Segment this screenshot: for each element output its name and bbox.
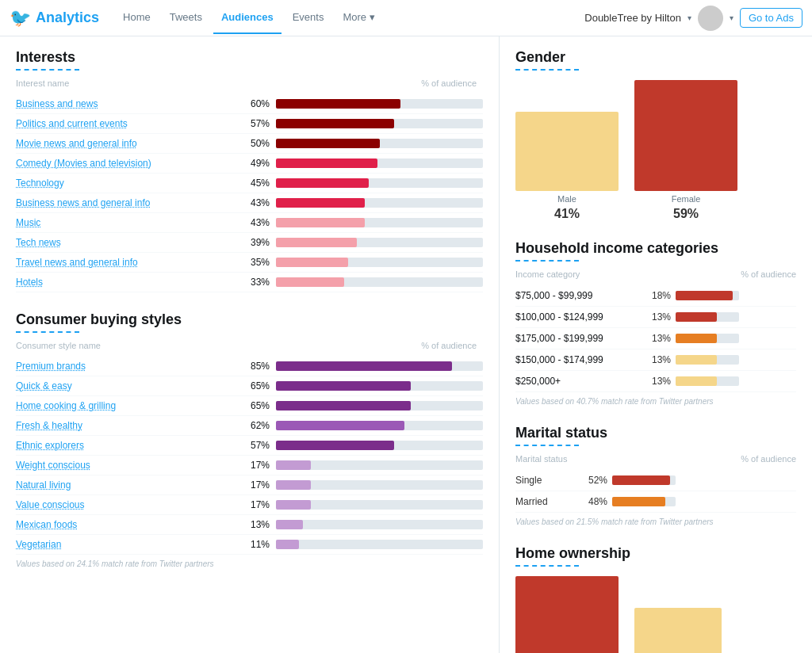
- table-row: Single 52%: [515, 470, 796, 491]
- buying-label[interactable]: Weight conscious: [16, 460, 238, 471]
- income-bar-fill: [676, 334, 717, 343]
- interest-label[interactable]: Music: [16, 217, 238, 228]
- interest-pct: 50%: [238, 138, 270, 149]
- male-pct: 41%: [554, 207, 580, 221]
- table-row: $250,000+ 13%: [515, 371, 796, 392]
- bar-bg: [276, 361, 483, 371]
- table-row: Premium brands 85%: [16, 357, 483, 376]
- buying-pct: 62%: [238, 420, 270, 431]
- buying-label[interactable]: Home cooking & grilling: [16, 400, 238, 411]
- nav-home[interactable]: Home: [115, 2, 159, 34]
- brand-name: Analytics: [36, 10, 99, 26]
- bar-fill: [276, 277, 344, 287]
- buying-pct: 85%: [238, 361, 270, 372]
- bar-container: [276, 218, 483, 227]
- buying-label[interactable]: Fresh & healthy: [16, 420, 238, 431]
- bar-bg: [276, 119, 483, 128]
- nav-audiences[interactable]: Audiences: [213, 2, 282, 34]
- income-pct: 13%: [642, 354, 671, 365]
- bar-container: [276, 361, 483, 371]
- marital-col2: % of audience: [741, 454, 796, 464]
- buying-styles-divider: [16, 331, 79, 333]
- buying-label[interactable]: Value conscious: [16, 499, 238, 510]
- interest-label[interactable]: Politics and current events: [16, 118, 238, 129]
- nav-events[interactable]: Events: [285, 2, 332, 34]
- bar-fill: [276, 139, 380, 148]
- bar-fill: [276, 99, 400, 109]
- marital-table-header: Marital status % of audience: [515, 454, 796, 467]
- table-row: Business and news 60%: [16, 94, 483, 114]
- buying-label[interactable]: Mexican foods: [16, 519, 238, 530]
- chevron-down-icon[interactable]: ▾: [688, 13, 691, 22]
- bar-container: [276, 520, 483, 529]
- income-divider: [515, 260, 579, 262]
- table-row: $175,000 - $199,999 13%: [515, 328, 796, 349]
- interest-label[interactable]: Business and news: [16, 98, 238, 109]
- avatar[interactable]: [698, 6, 723, 31]
- bar-bg: [276, 198, 483, 208]
- table-row: Vegetarian 11%: [16, 535, 483, 555]
- buying-label[interactable]: Quick & easy: [16, 380, 238, 391]
- interest-label[interactable]: Technology: [16, 178, 238, 189]
- buying-label[interactable]: Premium brands: [16, 361, 238, 372]
- interest-label[interactable]: Hotels: [16, 277, 238, 288]
- bar-container: [276, 238, 483, 247]
- buying-pct: 13%: [238, 519, 270, 530]
- bar-container: [276, 119, 483, 128]
- table-row: Natural living 17%: [16, 475, 483, 495]
- marital-label: Single: [515, 475, 579, 486]
- bar-fill: [276, 520, 303, 529]
- income-bar-fill: [676, 291, 733, 300]
- interest-label[interactable]: Business news and general info: [16, 197, 238, 208]
- bar-container: [276, 460, 483, 470]
- bar-container: [276, 381, 483, 391]
- bar-fill: [276, 540, 299, 549]
- right-panel: Gender Male 41% Female 59% Household inc…: [500, 36, 812, 653]
- bar-container: [276, 500, 483, 510]
- interest-label[interactable]: Travel news and general info: [16, 257, 238, 268]
- interest-pct: 35%: [238, 257, 270, 268]
- main-container: Interests Interest name % of audience Bu…: [0, 36, 812, 653]
- income-label: $175,000 - $199,999: [515, 333, 642, 344]
- marital-pct: 48%: [579, 496, 607, 507]
- nav-more[interactable]: More ▾: [335, 2, 382, 34]
- table-row: Travel news and general info 35%: [16, 253, 483, 273]
- ownership-section: Home ownership Home owner Home renter: [515, 545, 796, 653]
- buying-label[interactable]: Natural living: [16, 479, 238, 491]
- interest-label[interactable]: Movie news and general info: [16, 138, 238, 149]
- buying-label[interactable]: Ethnic explorers: [16, 440, 238, 451]
- bar-container: [276, 99, 483, 109]
- chevron-down-icon-2[interactable]: ▾: [730, 13, 733, 22]
- table-row: Technology 45%: [16, 174, 483, 193]
- interests-title: Interests: [16, 49, 483, 66]
- bar-bg: [276, 258, 483, 267]
- buying-label[interactable]: Vegetarian: [16, 539, 238, 550]
- buying-styles-col2: % of audience: [421, 341, 477, 350]
- go-to-ads-link[interactable]: Go to Ads: [740, 8, 802, 28]
- interests-table-header: Interest name % of audience: [16, 78, 483, 91]
- marital-bar-fill: [612, 497, 665, 506]
- gender-divider: [515, 69, 579, 71]
- buying-styles-table-header: Consumer style name % of audience: [16, 341, 483, 353]
- bar-fill: [276, 361, 452, 371]
- bar-container: [276, 480, 483, 490]
- income-bar-fill: [676, 355, 717, 365]
- interest-pct: 57%: [238, 118, 270, 129]
- marital-pct: 52%: [579, 475, 607, 486]
- ownership-chart: Home owner Home renter: [515, 576, 796, 653]
- gender-female: Female 59%: [634, 80, 737, 221]
- interest-label[interactable]: Comedy (Movies and television): [16, 158, 238, 169]
- income-pct: 13%: [642, 333, 671, 344]
- female-label: Female: [672, 194, 701, 204]
- bar-bg: [276, 99, 483, 109]
- interest-label[interactable]: Tech news: [16, 237, 238, 248]
- income-bar-bg: [676, 355, 739, 365]
- interest-pct: 39%: [238, 237, 270, 248]
- bar-bg: [276, 238, 483, 247]
- nav-tweets[interactable]: Tweets: [162, 2, 210, 34]
- income-label: $250,000+: [515, 376, 642, 387]
- gender-male: Male 41%: [515, 112, 619, 221]
- interest-pct: 60%: [238, 98, 270, 109]
- buying-styles-section: Consumer buying styles Consumer style na…: [16, 311, 483, 568]
- table-row: Fresh & healthy 62%: [16, 416, 483, 436]
